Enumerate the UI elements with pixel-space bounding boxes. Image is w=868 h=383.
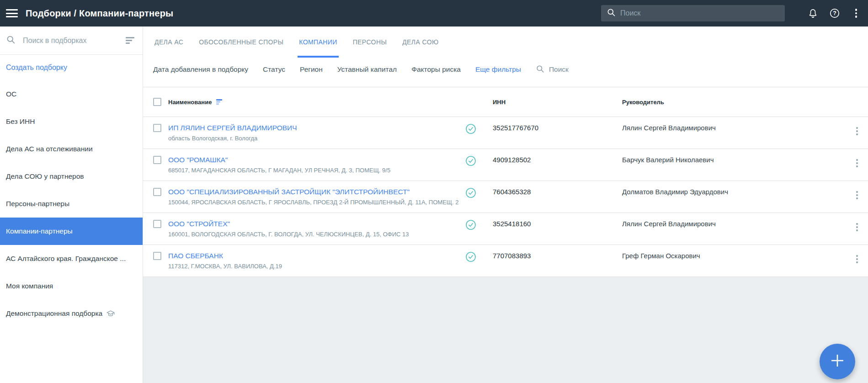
tab[interactable]: ДЕЛА СОЮ bbox=[401, 27, 440, 58]
company-address: 117312, Г.МОСКВА, УЛ. ВАВИЛОВА, Д.19 bbox=[168, 262, 461, 271]
sidebar-collection-item[interactable]: Моя компания bbox=[0, 272, 143, 300]
sidebar-search-input[interactable] bbox=[23, 37, 126, 45]
column-header-name: Наименование bbox=[168, 99, 212, 106]
graduation-cap-icon bbox=[106, 310, 115, 317]
row-checkbox[interactable] bbox=[153, 220, 161, 228]
kebab-icon[interactable] bbox=[851, 8, 862, 19]
table-row: ИП ЛЯЛИН СЕРГЕЙ ВЛАДИМИРОВИЧ область Вол… bbox=[143, 117, 868, 149]
filter-chip[interactable]: Дата добавления в подборку bbox=[153, 65, 248, 74]
search-icon bbox=[607, 8, 616, 19]
select-all-checkbox[interactable] bbox=[153, 98, 161, 106]
companies-table: Наименование ИНН Руководитель ИП ЛЯЛИН С… bbox=[143, 87, 868, 277]
company-inn: 352517767670 bbox=[493, 123, 622, 133]
sidebar-collection-item[interactable]: Дела СОЮ у партнеров bbox=[0, 163, 143, 190]
company-inn: 4909128502 bbox=[493, 155, 622, 165]
sidebar-collection-item[interactable]: АС Алтайского края. Гражданское ... bbox=[0, 245, 143, 272]
column-header-head: Руководитель bbox=[622, 99, 844, 106]
collections-list: ОС Без ИНН Дела АС на отслеживании Дела … bbox=[0, 80, 143, 327]
add-button[interactable] bbox=[820, 344, 855, 379]
company-inn: 7707083893 bbox=[493, 251, 622, 261]
row-kebab-icon[interactable] bbox=[852, 126, 863, 137]
global-search-input[interactable] bbox=[620, 9, 779, 17]
search-icon bbox=[6, 35, 16, 46]
table-body: ИП ЛЯЛИН СЕРГЕЙ ВЛАДИМИРОВИЧ область Вол… bbox=[143, 117, 868, 277]
row-kebab-icon[interactable] bbox=[852, 222, 863, 233]
filter-chips: Дата добавления в подборкуСтатусРегионУс… bbox=[153, 65, 461, 74]
sidebar-collection-item[interactable]: Дела АС на отслеживании bbox=[0, 135, 143, 163]
tab-label: ПЕРСОНЫ bbox=[353, 38, 387, 46]
filter-chip[interactable]: Факторы риска bbox=[411, 65, 461, 74]
tab-label: ОБОСОБЛЕННЫЕ СПОРЫ bbox=[199, 38, 283, 46]
tab[interactable]: КОМПАНИИ bbox=[298, 27, 338, 58]
row-checkbox[interactable] bbox=[153, 124, 161, 132]
menu-icon[interactable] bbox=[5, 8, 18, 18]
table-row: ООО "СПЕЦИАЛИЗИРОВАННЫЙ ЗАСТРОЙЩИК "ЭЛИТ… bbox=[143, 181, 868, 213]
check-circle-icon bbox=[465, 187, 493, 200]
filter-chip[interactable]: Статус bbox=[263, 65, 285, 74]
sidebar-item-label: Компании-партнеры bbox=[6, 227, 73, 235]
tab-bar: ДЕЛА АС ОБОСОБЛЕННЫЕ СПОРЫ КОМПАНИИ ПЕРС… bbox=[143, 27, 868, 58]
company-head: Греф Герман Оскарович bbox=[622, 251, 844, 261]
table-row: ООО "РОМАШКА" 685017, МАГАДАНСКАЯ ОБЛАСТ… bbox=[143, 149, 868, 181]
table-row: ООО "СТРОЙТЕХ" 160001, ВОЛОГОДСКАЯ ОБЛАС… bbox=[143, 213, 868, 245]
company-inn: 3525418160 bbox=[493, 219, 622, 229]
sort-asc-icon[interactable] bbox=[216, 99, 222, 105]
content-sheet: ДЕЛА АС ОБОСОБЛЕННЫЕ СПОРЫ КОМПАНИИ ПЕРС… bbox=[143, 27, 868, 277]
company-head: Лялин Сергей Владимирович bbox=[622, 219, 844, 229]
global-search[interactable] bbox=[601, 5, 785, 21]
sidebar-collection-item[interactable]: Без ИНН bbox=[0, 108, 143, 135]
row-checkbox[interactable] bbox=[153, 156, 161, 164]
page-title: Подборки / Компании-партнеры bbox=[26, 8, 173, 19]
company-link[interactable]: ООО "СТРОЙТЕХ" bbox=[168, 220, 230, 228]
bell-icon[interactable] bbox=[807, 7, 819, 19]
company-link[interactable]: ООО "СПЕЦИАЛИЗИРОВАННЫЙ ЗАСТРОЙЩИК "ЭЛИТ… bbox=[168, 188, 410, 196]
sidebar-collection-item[interactable]: Персоны-партнеры bbox=[0, 190, 143, 218]
table-header-row: Наименование ИНН Руководитель bbox=[143, 87, 868, 117]
more-filters-button[interactable]: Еще фильтры bbox=[475, 65, 521, 74]
help-icon[interactable]: ? bbox=[829, 7, 841, 19]
sidebar-item-label: Демонстрационная подборка bbox=[6, 309, 102, 318]
sidebar-collection-item[interactable]: Компании-партнеры bbox=[0, 218, 143, 245]
sidebar-search[interactable] bbox=[0, 27, 143, 55]
sidebar-item-label: Персоны-партнеры bbox=[6, 200, 69, 208]
row-kebab-icon[interactable] bbox=[852, 190, 863, 201]
create-collection-button[interactable]: Создать подборку bbox=[0, 55, 143, 80]
sidebar-collection-item[interactable]: Демонстрационная подборка bbox=[0, 300, 143, 327]
tab[interactable]: ПЕРСОНЫ bbox=[351, 27, 389, 58]
company-head: Лялин Сергей Владимирович bbox=[622, 123, 844, 133]
row-checkbox[interactable] bbox=[153, 188, 161, 196]
company-address: 685017, МАГАДАНСКАЯ ОБЛАСТЬ, Г МАГАДАН, … bbox=[168, 166, 461, 175]
filter-bar: Дата добавления в подборкуСтатусРегионУс… bbox=[143, 58, 868, 81]
search-icon bbox=[536, 64, 544, 75]
plus-icon bbox=[830, 353, 845, 370]
row-kebab-icon[interactable] bbox=[852, 254, 863, 265]
top-bar: Подборки / Компании-партнеры ? bbox=[0, 0, 868, 27]
company-link[interactable]: ИП ЛЯЛИН СЕРГЕЙ ВЛАДИМИРОВИЧ bbox=[168, 124, 297, 132]
check-circle-icon bbox=[465, 155, 493, 168]
company-link[interactable]: ПАО СБЕРБАНК bbox=[168, 252, 223, 260]
sidebar-item-label: Дела СОЮ у партнеров bbox=[6, 172, 84, 181]
row-checkbox[interactable] bbox=[153, 252, 161, 260]
table-search-button[interactable]: Поиск bbox=[536, 64, 569, 75]
sidebar-item-label: Моя компания bbox=[6, 282, 53, 290]
sort-icon[interactable] bbox=[126, 35, 134, 46]
company-address: 160001, ВОЛОГОДСКАЯ ОБЛАСТЬ, Г. ВОЛОГДА,… bbox=[168, 230, 461, 239]
sidebar-item-label: Без ИНН bbox=[6, 117, 35, 126]
company-inn: 7604365328 bbox=[493, 187, 622, 197]
sidebar-item-label: Дела АС на отслеживании bbox=[6, 145, 93, 153]
sidebar-item-label: АС Алтайского края. Гражданское ... bbox=[6, 255, 126, 263]
tab[interactable]: ОБОСОБЛЕННЫЕ СПОРЫ bbox=[197, 27, 285, 58]
filter-chip[interactable]: Уставный капитал bbox=[337, 65, 397, 74]
company-link[interactable]: ООО "РОМАШКА" bbox=[168, 156, 228, 164]
company-address: область Вологодская, г. Вологда bbox=[168, 134, 461, 143]
filter-chip[interactable]: Регион bbox=[300, 65, 323, 74]
sidebar: Создать подборку ОС Без ИНН Дела АС на о… bbox=[0, 27, 143, 383]
column-header-inn: ИНН bbox=[493, 99, 622, 106]
tab[interactable]: ДЕЛА АС bbox=[153, 27, 185, 58]
svg-text:?: ? bbox=[833, 10, 836, 16]
row-kebab-icon[interactable] bbox=[852, 158, 863, 169]
tab-label: КОМПАНИИ bbox=[299, 38, 337, 46]
table-row: ПАО СБЕРБАНК 117312, Г.МОСКВА, УЛ. ВАВИЛ… bbox=[143, 245, 868, 277]
sidebar-collection-item[interactable]: ОС bbox=[0, 80, 143, 108]
check-circle-icon bbox=[465, 123, 493, 136]
